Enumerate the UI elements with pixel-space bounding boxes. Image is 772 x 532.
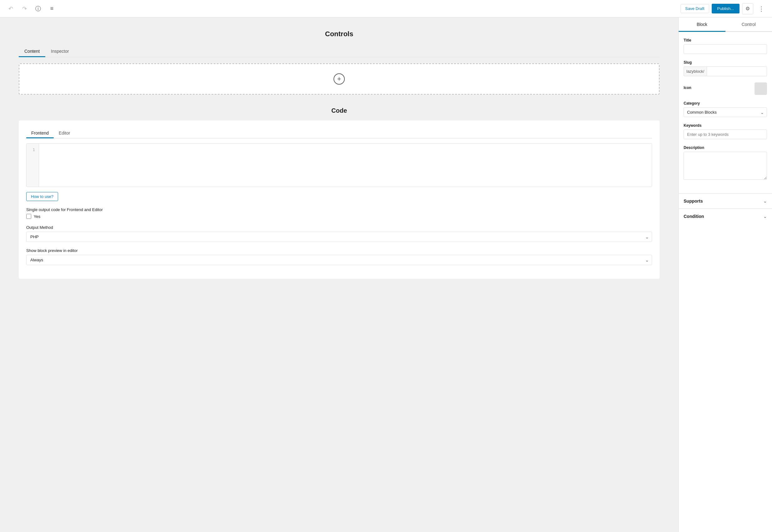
sidebar-title-input[interactable]	[684, 44, 767, 54]
tab-content[interactable]: Content	[19, 46, 45, 57]
condition-label: Condition	[684, 214, 704, 219]
slug-prefix: lazyblock/	[684, 67, 707, 76]
preview-select-wrap: Always Never Selected ⌄	[26, 255, 652, 265]
code-panel: Frontend Editor 1 How to use? Single out…	[19, 121, 660, 279]
topbar-left: ↶ ↷ ⓘ ≡	[5, 3, 57, 14]
sidebar-category-select[interactable]: Common Blocks Text Media Design Widgets …	[684, 107, 767, 117]
sidebar-tab-block[interactable]: Block	[679, 17, 725, 31]
sidebar-title-field: Title	[684, 38, 767, 54]
sidebar: Block Control Title Slug lazyblock/ Icon	[678, 17, 772, 532]
sidebar-slug-field: Slug lazyblock/	[684, 60, 767, 76]
code-editor: 1	[26, 143, 652, 187]
publish-button[interactable]: Publish...	[712, 4, 740, 13]
sidebar-title-label: Title	[684, 38, 767, 42]
more-icon: ⋮	[758, 5, 765, 12]
sidebar-category-field: Category Common Blocks Text Media Design…	[684, 101, 767, 117]
sidebar-category-label: Category	[684, 101, 767, 106]
code-input[interactable]	[39, 144, 652, 187]
layout: Controls Content Inspector + Code Fronte…	[0, 17, 772, 532]
save-draft-button[interactable]: Save Draft	[680, 4, 709, 13]
topbar-right: Save Draft Publish... ⚙ ⋮	[680, 3, 767, 14]
main-content: Controls Content Inspector + Code Fronte…	[0, 17, 678, 532]
sidebar-icon-label: Icon	[684, 86, 691, 90]
sidebar-tab-control[interactable]: Control	[725, 17, 772, 31]
single-output-checkbox-row: Yes	[26, 214, 652, 219]
sidebar-keywords-label: Keywords	[684, 123, 767, 128]
undo-button[interactable]: ↶	[5, 3, 16, 14]
single-output-checkbox-label: Yes	[34, 214, 40, 219]
icon-placeholder[interactable]	[755, 82, 767, 95]
line-numbers: 1	[27, 144, 39, 187]
sidebar-body: Title Slug lazyblock/ Icon Cate	[679, 32, 772, 193]
gear-icon: ⚙	[745, 6, 750, 12]
sidebar-slug-input[interactable]	[707, 67, 767, 76]
info-icon: ⓘ	[35, 5, 41, 12]
sidebar-slug-label: Slug	[684, 60, 767, 65]
add-block-area[interactable]: +	[19, 63, 660, 95]
output-method-label: Output Method	[26, 225, 652, 230]
preview-field: Show block preview in editor Always Neve…	[26, 248, 652, 265]
preview-label: Show block preview in editor	[26, 248, 652, 253]
single-output-field: Single output code for Frontend and Edit…	[26, 207, 652, 219]
topbar: ↶ ↷ ⓘ ≡ Save Draft Publish... ⚙ ⋮	[0, 0, 772, 17]
settings-button[interactable]: ⚙	[742, 3, 753, 14]
output-method-field: Output Method PHP HTML Template ⌄	[26, 225, 652, 242]
condition-section[interactable]: Condition ⌄	[679, 209, 772, 224]
redo-icon: ↷	[22, 5, 27, 12]
output-method-select[interactable]: PHP HTML Template	[26, 232, 652, 242]
page-title: Controls	[19, 30, 660, 38]
single-output-checkbox[interactable]	[26, 214, 31, 219]
tab-frontend[interactable]: Frontend	[26, 128, 54, 138]
code-tab-bar: Frontend Editor	[26, 128, 652, 138]
supports-label: Supports	[684, 199, 703, 204]
code-section-title: Code	[19, 107, 660, 114]
list-icon: ≡	[50, 5, 54, 12]
supports-section[interactable]: Supports ⌄	[679, 193, 772, 209]
tab-editor[interactable]: Editor	[54, 128, 75, 138]
more-button[interactable]: ⋮	[756, 3, 767, 14]
supports-chevron-icon: ⌄	[763, 199, 767, 204]
icon-row: Icon	[684, 82, 767, 95]
undo-icon: ↶	[8, 5, 13, 12]
sidebar-description-label: Description	[684, 145, 767, 150]
sidebar-description-input[interactable]	[684, 152, 767, 180]
preview-select[interactable]: Always Never Selected	[26, 255, 652, 265]
redo-button[interactable]: ↷	[19, 3, 30, 14]
sidebar-description-field: Description	[684, 145, 767, 181]
tab-inspector[interactable]: Inspector	[45, 46, 75, 57]
single-output-label: Single output code for Frontend and Edit…	[26, 207, 652, 212]
condition-chevron-icon: ⌄	[763, 214, 767, 219]
add-block-icon: +	[334, 73, 345, 85]
sidebar-icon-field: Icon	[684, 82, 767, 95]
content-tab-bar: Content Inspector	[19, 46, 660, 57]
slug-row: lazyblock/	[684, 67, 767, 76]
sidebar-category-select-wrap: Common Blocks Text Media Design Widgets …	[684, 107, 767, 117]
list-button[interactable]: ≡	[46, 3, 57, 14]
output-method-select-wrap: PHP HTML Template ⌄	[26, 232, 652, 242]
sidebar-keywords-input[interactable]	[684, 130, 767, 139]
how-to-button[interactable]: How to use?	[26, 192, 58, 201]
sidebar-tab-bar: Block Control	[679, 17, 772, 32]
sidebar-keywords-field: Keywords	[684, 123, 767, 139]
info-button[interactable]: ⓘ	[32, 3, 44, 14]
